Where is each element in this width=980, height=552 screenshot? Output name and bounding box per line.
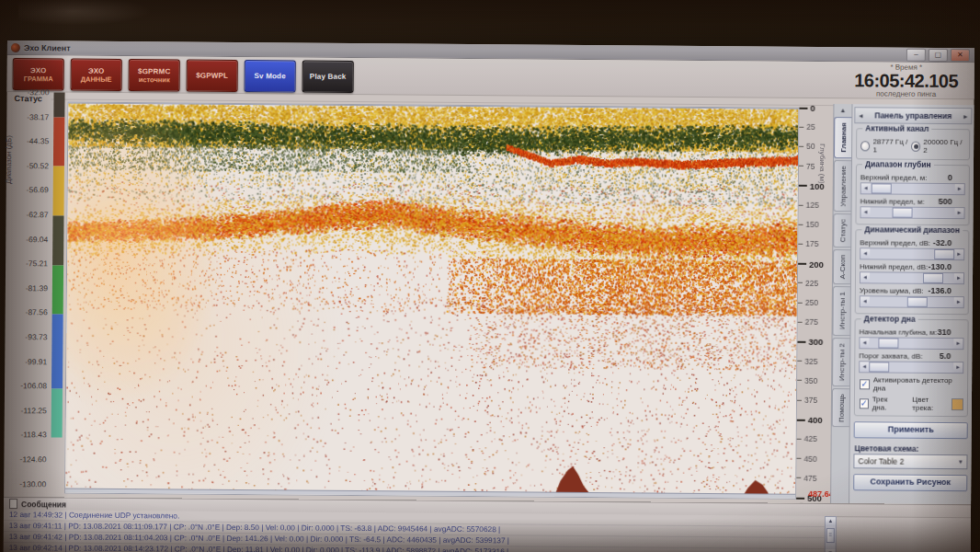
channel-radio[interactable]: 28777 Гц / 1: [860, 137, 911, 154]
app-icon: [11, 43, 20, 52]
slider-left-arrow-icon[interactable]: ◄: [860, 338, 869, 348]
slider-right-arrow-icon[interactable]: ►: [954, 297, 963, 307]
echogram-canvas[interactable]: [65, 103, 798, 499]
save-picture-button[interactable]: Сохранить Рисунок: [853, 474, 967, 491]
slider-right-arrow-icon[interactable]: ►: [954, 273, 963, 283]
slider-right-arrow-icon[interactable]: ►: [954, 249, 963, 259]
tab-Статус[interactable]: Статус: [833, 213, 850, 247]
window-controls: – ▢ ✕: [906, 48, 974, 62]
panel-collapse-icon[interactable]: ▲: [834, 104, 851, 117]
slider-track[interactable]: [871, 207, 955, 218]
tab-label: Инстр-ты 1: [838, 288, 846, 335]
toolbar-button-echogram[interactable]: ЭХОГРАММА: [13, 58, 64, 90]
depth-tick-mark: [799, 185, 807, 187]
channel-radio[interactable]: 200000 Гц / 2: [911, 138, 965, 155]
slider[interactable]: ◄►: [860, 247, 964, 260]
scroll-up-icon[interactable]: ▲: [826, 517, 836, 526]
slider-thumb[interactable]: [892, 208, 912, 218]
db-tick-label: -69.04: [26, 235, 48, 244]
toolbar-button-play-back[interactable]: Play Back: [302, 61, 354, 93]
depth-tick-label: 25: [806, 122, 815, 132]
slider-track[interactable]: [869, 362, 953, 373]
toolbar-button-sv-mode[interactable]: Sv Mode: [245, 60, 296, 92]
slider-right-arrow-icon[interactable]: ►: [955, 208, 964, 218]
slider-left-arrow-icon[interactable]: ◄: [860, 272, 870, 282]
slider-label: Начальная глубина, м:: [860, 328, 938, 337]
tab-Помощь[interactable]: Помощь: [832, 388, 849, 428]
group-depth-range: Диапазон глубин Верхний предел, м:0◄►Ниж…: [855, 164, 970, 225]
slider[interactable]: ◄►: [860, 182, 965, 195]
tab-Главная[interactable]: Главная: [834, 117, 851, 158]
activate-detector-row: ✓Активировать детектор дна: [860, 375, 963, 393]
depth-tick-mark: [798, 282, 803, 283]
slider[interactable]: ◄►: [860, 206, 965, 219]
slider-track[interactable]: [870, 296, 954, 307]
toolbar-button-label: $GPWPL: [196, 72, 228, 80]
db-axis-labels: -32.00-38.17-44.35-50.52-56.69-62.87-69.…: [11, 101, 51, 491]
tab-Инстр-ты 1[interactable]: Инстр-ты 1: [833, 287, 850, 336]
log-scrollbar[interactable]: ▲ ≡ ▼: [825, 516, 837, 552]
slider-value: 5.0: [940, 351, 952, 361]
slider-label-line: Нижний предел, dB:-130.0: [860, 261, 964, 271]
depth-tick-label: 400: [808, 415, 823, 425]
depth-tick-mark: [797, 399, 802, 400]
slider[interactable]: ◄►: [859, 361, 963, 374]
slider[interactable]: ◄►: [859, 337, 963, 350]
tab-A-Скоп[interactable]: A-Скоп: [833, 249, 850, 284]
slider-left-arrow-icon[interactable]: ◄: [860, 248, 870, 259]
apply-button[interactable]: Применить: [854, 421, 968, 439]
toolbar-button-gpwpl[interactable]: $GPWPL: [187, 60, 238, 92]
track-color-swatch[interactable]: [952, 398, 963, 410]
slider[interactable]: ◄►: [860, 295, 964, 308]
db-tick-label: -81.39: [26, 283, 48, 293]
bottom-track-row: ✓Трек дна.Цвет трека:: [860, 395, 963, 412]
tab-label: Главная: [839, 118, 848, 157]
slider[interactable]: ◄►: [860, 271, 964, 284]
radio-icon: [911, 141, 920, 151]
slider-track[interactable]: [871, 183, 955, 194]
maximize-button[interactable]: ▢: [929, 48, 948, 61]
toolbar-button-echodata[interactable]: ЭХОДАННЫЕ: [71, 59, 122, 91]
close-button[interactable]: ✕: [951, 49, 970, 62]
slider-track[interactable]: [869, 338, 953, 349]
slider-label: Верхний предел, dB:: [860, 238, 930, 247]
color-scheme-dropdown[interactable]: Color Table 2 ▼: [853, 454, 967, 469]
depth-tick-label: 425: [804, 434, 817, 443]
slider-left-arrow-icon[interactable]: ◄: [860, 296, 870, 306]
slider-thumb[interactable]: [879, 338, 899, 348]
slider-track[interactable]: [870, 248, 954, 259]
echogram-area[interactable]: [64, 102, 799, 500]
tab-Управление[interactable]: Управление: [834, 160, 851, 213]
db-tick-label: -50.52: [27, 161, 49, 170]
scroll-thumb[interactable]: ≡: [826, 528, 835, 543]
slider-right-arrow-icon[interactable]: ►: [953, 339, 963, 349]
depth-tick-label: 175: [805, 239, 818, 248]
slider-thumb[interactable]: [869, 362, 889, 372]
checkbox-activate-detector[interactable]: ✓: [860, 379, 870, 389]
toolbar-button-gprmc[interactable]: $GPRMCисточник: [129, 59, 180, 91]
panel-scroll-right-icon[interactable]: ►: [960, 113, 971, 120]
db-tick-label: -44.35: [27, 136, 49, 145]
depth-tick: 350: [797, 376, 817, 385]
slider-right-arrow-icon[interactable]: ►: [953, 362, 963, 373]
last-ping-clock: * Время * 16:05:42.105 последнего пинга: [844, 63, 969, 98]
checkbox-bottom-track[interactable]: ✓: [860, 398, 869, 408]
tab-Инстр-ты 2[interactable]: Инстр-ты 2: [832, 338, 849, 386]
panel-scroll-left-icon[interactable]: ◄: [855, 112, 866, 119]
slider-track[interactable]: [870, 272, 954, 283]
slider-thumb[interactable]: [872, 183, 892, 193]
slider-label-line: Верхний предел, dB:-32.0: [860, 237, 964, 247]
slider-left-arrow-icon[interactable]: ◄: [861, 207, 871, 217]
slider-thumb[interactable]: [934, 249, 954, 259]
depth-tick-label: 300: [808, 337, 823, 347]
minimize-button[interactable]: –: [906, 48, 926, 61]
slider-thumb[interactable]: [923, 273, 943, 283]
slider-left-arrow-icon[interactable]: ◄: [861, 183, 871, 193]
toolbar-button-sublabel: ГРАММА: [24, 75, 53, 83]
slider-left-arrow-icon[interactable]: ◄: [860, 362, 869, 372]
depth-tick-label: 200: [809, 259, 824, 269]
slider-thumb[interactable]: [906, 297, 927, 307]
slider-label: Верхний предел, м:: [860, 173, 928, 182]
slider-right-arrow-icon[interactable]: ►: [955, 184, 964, 194]
slider-label: Нижний предел, dB:: [860, 262, 928, 271]
